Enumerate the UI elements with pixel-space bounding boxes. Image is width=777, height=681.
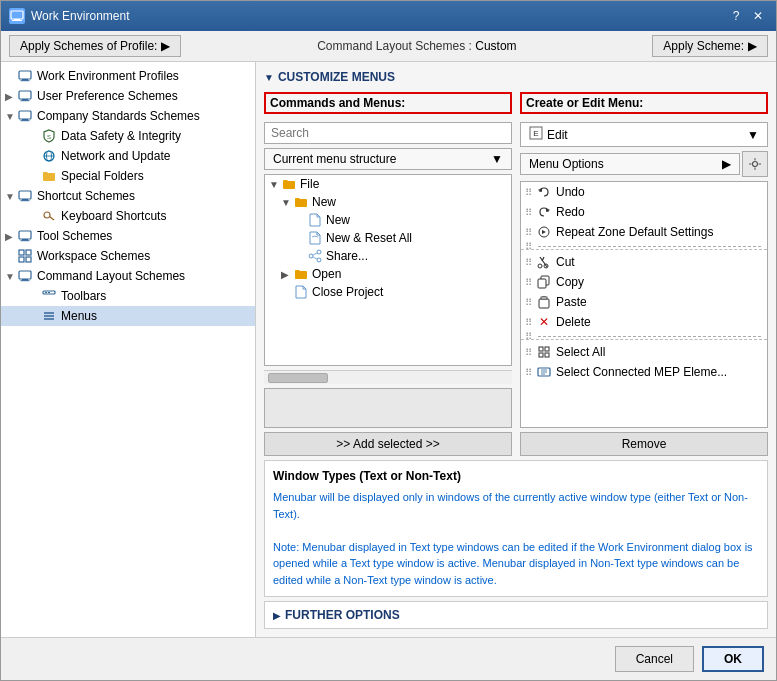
- work-environment-dialog: Work Environment ? ✕ Apply Schemes of Pr…: [0, 0, 777, 681]
- edit-dropdown[interactable]: E Edit ▼: [520, 122, 768, 147]
- ok-button[interactable]: OK: [702, 646, 764, 672]
- menu-item-repeat-zone[interactable]: ⠿ Repeat Zone Default Settings: [521, 222, 767, 242]
- shield-icon: S: [41, 128, 57, 144]
- sidebar-label: Network and Update: [61, 149, 170, 163]
- commands-label: Commands and Menus:: [264, 92, 512, 114]
- drag-handle-icon: ⠿: [525, 367, 532, 378]
- svg-rect-59: [541, 297, 547, 299]
- sidebar-item-workspace-schemes[interactable]: Workspace Schemes: [1, 246, 255, 266]
- drag-handle-icon: ⠿: [525, 347, 532, 358]
- apply-scheme-button[interactable]: Apply Scheme: ▶: [652, 35, 768, 57]
- menu-item-select-all[interactable]: ⠿ Select All: [521, 342, 767, 362]
- sidebar-item-shortcut-schemes[interactable]: ▼ Shortcut Schemes: [1, 186, 255, 206]
- file-tree-item-new-reset[interactable]: New & Reset All: [265, 229, 511, 247]
- svg-rect-24: [19, 250, 24, 255]
- sidebar-label: Work Environment Profiles: [37, 69, 179, 83]
- menu-item-copy[interactable]: ⠿ Copy: [521, 272, 767, 292]
- sidebar-item-command-layout[interactable]: ▼ Command Layout Schemes: [1, 266, 255, 286]
- menu-item-select-mep[interactable]: ⠿ Select Connected MEP Eleme...: [521, 362, 767, 382]
- close-button[interactable]: ✕: [748, 6, 768, 26]
- sidebar-item-toolbars[interactable]: Toolbars: [1, 286, 255, 306]
- svg-rect-8: [21, 100, 30, 101]
- options-arrow-icon: ▶: [722, 157, 731, 171]
- svg-rect-62: [539, 353, 543, 357]
- file-tree-item-new-folder[interactable]: ▼ New: [265, 193, 511, 211]
- menu-item-label: Select Connected MEP Eleme...: [556, 365, 763, 379]
- sidebar-item-tool-schemes[interactable]: ▶ Tool Schemes: [1, 226, 255, 246]
- title-controls: ? ✕: [726, 6, 768, 26]
- menu-options-dropdown[interactable]: Menu Options ▶: [520, 153, 740, 175]
- arrow-icon: ▼: [5, 191, 17, 202]
- help-button[interactable]: ?: [726, 6, 746, 26]
- section-arrow-icon: ▼: [264, 72, 274, 83]
- remove-button[interactable]: Remove: [520, 432, 768, 456]
- section-title: CUSTOMIZE MENUS: [278, 70, 395, 84]
- sidebar-item-keyboard-shortcuts[interactable]: Keyboard Shortcuts: [1, 206, 255, 226]
- monitor-icon: [17, 108, 33, 124]
- settings-icon-button[interactable]: [742, 151, 768, 177]
- sidebar-item-company-standards[interactable]: ▼ Company Standards Schemes: [1, 106, 255, 126]
- further-options-section[interactable]: ▶ FURTHER OPTIONS: [264, 601, 768, 629]
- svg-rect-57: [538, 279, 546, 288]
- menu-items-list[interactable]: ⠿ Undo ⠿ Redo: [520, 181, 768, 428]
- menu-item-undo[interactable]: ⠿ Undo: [521, 182, 767, 202]
- menu-item-label: Delete: [556, 315, 763, 329]
- file-item-label: New: [326, 213, 350, 227]
- file-item-label: File: [300, 177, 319, 191]
- create-edit-column: Create or Edit Menu: E Edit ▼ Menu Optio: [520, 92, 768, 456]
- folder-icon: [293, 268, 309, 280]
- svg-point-38: [309, 254, 313, 258]
- sidebar-label: Command Layout Schemes: [37, 269, 185, 283]
- horizontal-scrollbar[interactable]: [264, 370, 512, 384]
- sidebar-item-user-pref[interactable]: ▶ User Preference Schemes: [1, 86, 255, 106]
- svg-rect-18: [21, 200, 30, 201]
- command-layout-value: Custom: [475, 39, 516, 53]
- apply-schemes-button[interactable]: Apply Schemes of Profile: ▶: [9, 35, 181, 57]
- menu-item-cut[interactable]: ⠿ Cut: [521, 252, 767, 272]
- svg-rect-23: [21, 240, 30, 241]
- svg-point-54: [538, 264, 542, 268]
- folder-star-icon: [41, 168, 57, 184]
- add-selected-button[interactable]: >> Add selected >>: [264, 432, 512, 456]
- arrow-icon: ▼: [5, 111, 17, 122]
- menu-icon: [41, 308, 57, 324]
- title-bar-left: Work Environment: [9, 8, 129, 24]
- menu-separator-2: ⠿: [521, 334, 767, 340]
- menu-item-redo[interactable]: ⠿ Redo: [521, 202, 767, 222]
- menu-item-paste[interactable]: ⠿ Paste: [521, 292, 767, 312]
- file-tree-item-new[interactable]: New: [265, 211, 511, 229]
- menu-separator-1: ⠿: [521, 244, 767, 250]
- app-icon: [9, 8, 25, 24]
- command-icon: [17, 268, 33, 284]
- sidebar-item-special-folders[interactable]: Special Folders: [1, 166, 255, 186]
- toolbar-icon: [41, 288, 57, 304]
- svg-rect-30: [21, 280, 30, 281]
- sidebar-item-data-safety[interactable]: S Data Safety & Integrity: [1, 126, 255, 146]
- menu-item-delete[interactable]: ⠿ ✕ Delete: [521, 312, 767, 332]
- sidebar-item-network[interactable]: Network and Update: [1, 146, 255, 166]
- current-menu-dropdown[interactable]: Current menu structure ▼: [264, 148, 512, 170]
- file-tree-panel[interactable]: ▼ File ▼ New: [264, 174, 512, 366]
- search-input[interactable]: [264, 122, 512, 144]
- select-all-icon: [536, 344, 552, 360]
- scroll-thumb[interactable]: [268, 373, 328, 383]
- file-tree-item-close-project[interactable]: Close Project: [265, 283, 511, 301]
- file-icon: [293, 285, 309, 299]
- menu-item-label: Cut: [556, 255, 763, 269]
- file-tree-item-open[interactable]: ▶ Open: [265, 265, 511, 283]
- drag-handle-icon: ⠿: [525, 331, 532, 342]
- preview-area: [264, 388, 512, 428]
- sidebar-item-menus[interactable]: Menus: [1, 306, 255, 326]
- file-tree-item-share[interactable]: Share...: [265, 247, 511, 265]
- file-icon: [307, 231, 323, 245]
- menu-item-label: Paste: [556, 295, 763, 309]
- svg-rect-6: [19, 91, 31, 99]
- drag-handle-icon: ⠿: [525, 207, 532, 218]
- file-tree-item-file[interactable]: ▼ File: [265, 175, 511, 193]
- svg-rect-5: [21, 80, 30, 81]
- cancel-button[interactable]: Cancel: [615, 646, 694, 672]
- sidebar-item-work-env-profiles[interactable]: Work Environment Profiles: [1, 66, 255, 86]
- file-item-label: Open: [312, 267, 341, 281]
- menu-item-label: Repeat Zone Default Settings: [556, 225, 763, 239]
- sidebar-label: Menus: [61, 309, 97, 323]
